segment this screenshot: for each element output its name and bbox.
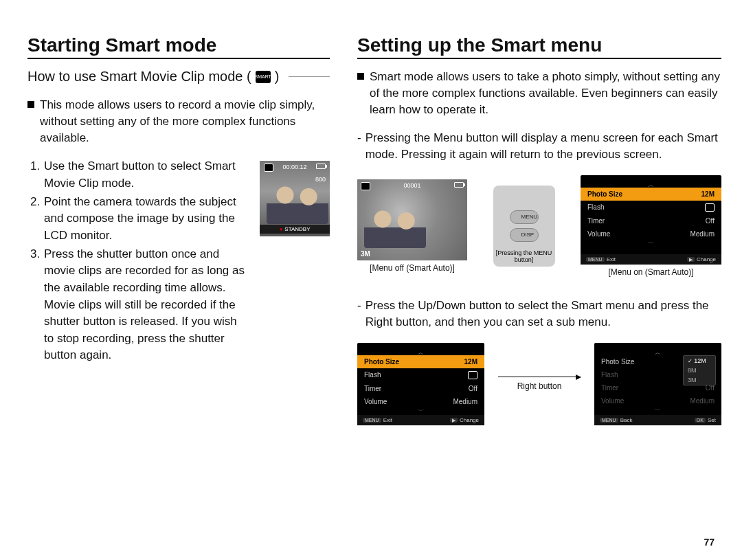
rule-line bbox=[289, 76, 330, 77]
menu-item-photo-size[interactable]: Photo Size12M bbox=[581, 188, 721, 201]
camera-caption: [Pressing the MENU button] bbox=[493, 250, 555, 264]
left-intro: This mode allows users to record a movie… bbox=[27, 97, 330, 146]
smart-auto-icon bbox=[361, 182, 370, 190]
menu-button[interactable]: MENU bbox=[510, 210, 539, 224]
standby-indicator: STANDBY bbox=[260, 225, 330, 234]
resolution: 800 bbox=[315, 176, 326, 183]
step-2: Point the camera towards the subject and… bbox=[44, 194, 247, 245]
steps-list: 1.Use the Smart button to select Smart M… bbox=[27, 158, 247, 366]
right-arrow-label: Right button bbox=[498, 377, 581, 391]
page-number: 77 bbox=[704, 537, 715, 548]
megapixel-badge: 3M bbox=[361, 250, 370, 258]
menu-illustration-row: 00001 3M [Menu off (Smart Auto)] MENU DI… bbox=[357, 175, 721, 277]
shot-counter: 00001 bbox=[403, 182, 420, 190]
right-note-2: - Press the Up/Down button to select the… bbox=[357, 298, 721, 331]
menu-item-timer[interactable]: TimerOff bbox=[581, 214, 721, 227]
submenu-illustration-row: ︿ Photo Size12M Flash TimerOff VolumeMed… bbox=[357, 343, 721, 425]
right-column: Setting up the Smart menu Smart mode all… bbox=[357, 34, 721, 425]
caption-menu-off: [Menu off (Smart Auto)] bbox=[357, 263, 467, 273]
step-3: Press the shutter button once and movie … bbox=[44, 246, 247, 364]
chevron-down-icon: ﹀ bbox=[357, 408, 484, 414]
menu-item-flash[interactable]: Flash bbox=[581, 201, 721, 214]
chevron-up-icon: ︿ bbox=[581, 182, 721, 188]
smart-movie-icon: SMART bbox=[256, 71, 271, 83]
flash-smart-icon bbox=[468, 371, 477, 379]
submenu-option[interactable]: 8M bbox=[684, 366, 715, 375]
lcd-menu-off: 00001 3M bbox=[357, 179, 467, 260]
step-1: Use the Smart button to select Smart Mov… bbox=[44, 158, 247, 192]
menu-item-flash[interactable]: Flash bbox=[357, 368, 484, 382]
left-title: Starting Smart mode bbox=[27, 34, 330, 59]
square-bullet-icon bbox=[27, 101, 34, 108]
submenu-option[interactable]: 3M bbox=[684, 375, 715, 385]
battery-icon bbox=[316, 164, 326, 169]
menu-item-photo-size[interactable]: Photo Size12M bbox=[357, 355, 484, 368]
chevron-up-icon: ︿ bbox=[357, 350, 484, 355]
left-column: Starting Smart mode How to use Smart Mov… bbox=[27, 34, 330, 425]
menu-item-timer[interactable]: TimerOff bbox=[357, 382, 484, 395]
right-note-1: - Pressing the Menu button will display … bbox=[357, 130, 721, 163]
arrow-right-icon bbox=[498, 377, 581, 377]
lcd-movie-preview: 00:00:12 800 STANDBY bbox=[260, 161, 330, 236]
right-intro: Smart mode allows users to take a photo … bbox=[357, 69, 721, 117]
chevron-down-icon: ﹀ bbox=[594, 407, 721, 413]
smart-mode-icon bbox=[264, 164, 273, 172]
left-subtitle: How to use Smart Movie Clip mode ( SMART… bbox=[27, 69, 330, 85]
submenu-popup[interactable]: 12M 8M 3M bbox=[683, 355, 716, 385]
rec-timer: 00:00:12 bbox=[282, 164, 306, 172]
chevron-up-icon: ︿ bbox=[594, 350, 721, 355]
chevron-down-icon: ﹀ bbox=[581, 240, 721, 246]
menu-item-volume[interactable]: VolumeMedium bbox=[581, 227, 721, 240]
submenu-option[interactable]: 12M bbox=[684, 356, 715, 366]
lcd-submenu: ︿ Photo Size Flash TimerOff VolumeMedium… bbox=[594, 343, 721, 425]
lcd-menu-on: ︿ Photo Size12M Flash TimerOff VolumeMed… bbox=[581, 175, 721, 265]
battery-icon bbox=[454, 182, 464, 188]
caption-menu-on: [Menu on (Smart Auto)] bbox=[581, 267, 721, 277]
lcd-smart-menu: ︿ Photo Size12M Flash TimerOff VolumeMed… bbox=[357, 343, 484, 425]
disp-button[interactable]: DISP bbox=[510, 228, 539, 242]
right-title: Setting up the Smart menu bbox=[357, 34, 721, 59]
flash-smart-icon bbox=[705, 203, 715, 212]
menu-item-volume[interactable]: VolumeMedium bbox=[357, 395, 484, 408]
square-bullet-icon bbox=[357, 73, 364, 80]
camera-back-drawing: MENU DISP [Pressing the MENU button] bbox=[493, 186, 555, 267]
